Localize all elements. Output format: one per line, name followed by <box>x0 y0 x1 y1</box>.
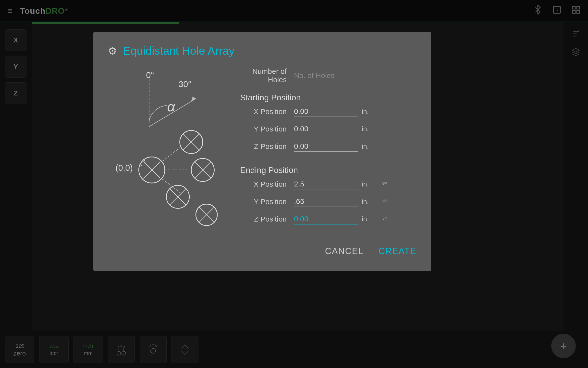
number-of-holes-label: Number of Holes <box>240 67 294 84</box>
ending-z-label: Z Position <box>240 215 294 223</box>
ending-x-swap-icon[interactable]: ⇌ <box>382 180 391 188</box>
ending-x-row: X Position in. ⇌ <box>240 179 416 189</box>
diagram-area: 0° 30° α (0,0) <box>108 67 230 256</box>
dialog-body: 0° 30° α (0,0) <box>108 67 416 256</box>
svg-text:⇌: ⇌ <box>382 215 387 222</box>
ending-z-unit: in. <box>362 215 376 223</box>
dialog-header: ⚙ Equidistant Hole Array <box>108 44 416 57</box>
starting-y-input[interactable] <box>294 124 358 134</box>
ending-z-input[interactable] <box>294 214 358 224</box>
ending-z-swap-icon[interactable]: ⇌ <box>382 215 391 223</box>
ending-y-label: Y Position <box>240 197 294 206</box>
ending-x-label: X Position <box>240 180 294 188</box>
ending-y-unit: in. <box>362 198 376 206</box>
starting-z-unit: in. <box>362 143 376 150</box>
dialog-title: Equidistant Hole Array <box>123 44 234 57</box>
starting-y-row: Y Position in. <box>240 124 416 134</box>
dialog-gear-icon: ⚙ <box>108 45 117 57</box>
starting-y-label: Y Position <box>240 125 294 133</box>
starting-z-row: Z Position in. <box>240 141 416 152</box>
svg-line-33 <box>162 179 180 193</box>
svg-text:⇌: ⇌ <box>382 197 387 204</box>
ending-z-row: Z Position in. ⇌ <box>240 214 416 224</box>
svg-text:30°: 30° <box>179 79 191 89</box>
form-area: Number of Holes Starting Position X Posi… <box>240 67 416 256</box>
number-of-holes-row: Number of Holes <box>240 67 416 84</box>
starting-x-label: X Position <box>240 107 294 116</box>
starting-x-row: X Position in. <box>240 106 416 117</box>
starting-y-unit: in. <box>362 125 376 133</box>
starting-z-input[interactable] <box>294 141 358 152</box>
cancel-button[interactable]: CANCEL <box>325 246 364 256</box>
ending-x-input[interactable] <box>294 179 358 189</box>
ending-y-swap-icon[interactable]: ⇌ <box>382 197 391 206</box>
hole-array-diagram: 0° 30° α (0,0) <box>108 67 230 228</box>
create-button[interactable]: CREATE <box>379 246 416 256</box>
svg-line-29 <box>140 164 142 166</box>
starting-position-header: Starting Position <box>240 93 416 102</box>
ending-y-row: Y Position in. ⇌ <box>240 196 416 207</box>
equidistant-hole-array-dialog: ⚙ Equidistant Hole Array 0° 30° α <box>93 32 431 271</box>
dialog-footer: CANCEL CREATE <box>240 241 416 256</box>
starting-x-unit: in. <box>362 108 376 116</box>
starting-x-input[interactable] <box>294 106 358 117</box>
ending-position-header: Ending Position <box>240 165 416 175</box>
ending-x-unit: in. <box>362 180 376 188</box>
number-of-holes-input[interactable] <box>294 70 358 81</box>
ending-y-input[interactable] <box>294 196 358 207</box>
starting-z-label: Z Position <box>240 142 294 151</box>
svg-text:⇌: ⇌ <box>382 180 387 186</box>
svg-line-31 <box>162 148 180 161</box>
svg-text:(0,0): (0,0) <box>115 163 133 172</box>
svg-text:0°: 0° <box>146 70 154 80</box>
